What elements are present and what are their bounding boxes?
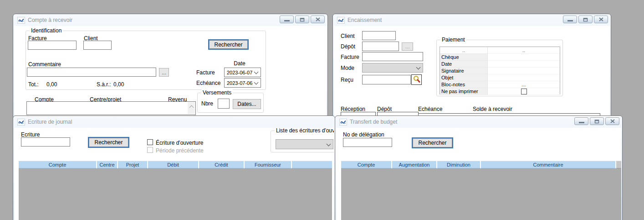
restore-icon xyxy=(300,17,305,22)
titlebar-ecriture[interactable]: Ecriture de journal xyxy=(13,116,335,128)
paiement-header-right: .. xyxy=(488,47,560,54)
minimize-icon xyxy=(567,20,573,21)
app-icon xyxy=(337,17,345,24)
titlebar-compte[interactable]: Compte à recevoir xyxy=(13,14,327,26)
restore-button[interactable] xyxy=(295,16,309,23)
signataire-label: Signataire xyxy=(440,68,488,74)
paiement-row-cheque: Chèque xyxy=(440,54,560,61)
liste-ouverture-combo[interactable] xyxy=(276,139,333,149)
signataire-value-cell[interactable] xyxy=(488,68,560,74)
nbre-input[interactable] xyxy=(218,99,230,109)
periode-checkbox[interactable] xyxy=(147,147,153,153)
client-input[interactable] xyxy=(362,31,396,40)
tot-label: Tot.: xyxy=(28,81,39,88)
window-title: Encaissement xyxy=(348,17,382,23)
column-header-projet[interactable]: Projet xyxy=(118,161,148,168)
search-icon xyxy=(413,75,420,83)
commentaire-input[interactable] xyxy=(27,68,156,77)
commentaire-browse-button[interactable]: ... xyxy=(159,68,169,77)
date-label: Date xyxy=(224,60,256,67)
periode-checkbox-label: Période précédente xyxy=(156,147,204,154)
cheque-label: Chèque xyxy=(440,54,488,61)
lignes-listbox[interactable] xyxy=(26,101,196,115)
date-facture-label: Facture xyxy=(196,69,215,76)
app-icon xyxy=(17,119,25,126)
rechercher-button[interactable]: Rechercher xyxy=(412,137,453,148)
blocnotes-value-cell[interactable]: ... xyxy=(488,81,560,88)
depot-label: Dépôt xyxy=(341,43,355,50)
window-title: Ecriture de journal xyxy=(28,119,72,125)
restore-button[interactable] xyxy=(578,16,593,23)
scrollbar-corner xyxy=(616,161,621,168)
delegation-label: No de délégation xyxy=(343,131,384,138)
mode-label: Mode xyxy=(341,65,354,71)
rechercher-button[interactable]: Rechercher xyxy=(88,137,129,148)
objet-value-cell[interactable] xyxy=(488,74,560,81)
nepasimprimer-checkbox[interactable] xyxy=(521,89,527,94)
column-header-centre[interactable]: Centre xyxy=(97,161,118,168)
date-echeance-label: Echéance xyxy=(196,80,220,86)
column-header-commentaire[interactable]: Commentaire xyxy=(481,161,616,168)
column-header-diminution[interactable]: Diminution xyxy=(437,161,481,168)
date-value-cell[interactable] xyxy=(488,61,560,68)
recu-input[interactable] xyxy=(362,75,411,84)
window-content-transfert: No de délégation Rechercher Compte Augme… xyxy=(336,128,621,220)
date-echeance-combo[interactable]: 2023-07-06 xyxy=(224,78,261,88)
depot-input[interactable] xyxy=(362,42,399,51)
app-icon xyxy=(339,119,347,126)
paiement-row-nepasimprimer: Ne pas imprimer xyxy=(440,88,560,95)
column-header-augmentation[interactable]: Augmentation xyxy=(392,161,437,168)
column-header-debit[interactable]: Débit xyxy=(148,161,199,168)
paiement-row-signataire: Signataire xyxy=(440,68,560,74)
minimize-button[interactable] xyxy=(563,16,577,23)
recu-search-button[interactable] xyxy=(411,74,422,85)
depot-browse-button[interactable]: ... xyxy=(402,42,413,51)
close-icon xyxy=(316,17,320,21)
column-header-compte[interactable]: Compte xyxy=(341,161,392,168)
journal-grid-body[interactable] xyxy=(19,168,332,220)
titlebar-encaissement[interactable]: Encaissement xyxy=(333,14,611,26)
minimize-button[interactable] xyxy=(574,117,588,125)
blocnotes-label: Bloc-notes xyxy=(440,81,488,88)
date-label: Date xyxy=(440,61,488,68)
restore-button[interactable] xyxy=(590,117,604,125)
restore-icon xyxy=(583,17,588,22)
column-header-fournisseur[interactable]: Fournisseur xyxy=(245,161,292,168)
minimize-button[interactable] xyxy=(280,16,294,23)
chevron-down-icon xyxy=(254,70,258,74)
date-echeance-value: 2023-07-06 xyxy=(227,80,252,86)
client-label: Client xyxy=(341,33,355,39)
close-icon xyxy=(610,119,615,123)
titlebar-transfert[interactable]: Transfert de budget xyxy=(335,116,622,128)
rechercher-button[interactable]: Rechercher xyxy=(208,39,249,50)
window-content-ecriture: Ecriture Rechercher Écriture d'ouverture… xyxy=(14,128,334,220)
budget-grid-body[interactable] xyxy=(341,168,621,220)
column-header-empty[interactable] xyxy=(292,161,332,168)
delegation-input[interactable] xyxy=(343,138,392,147)
versements-groupbox: Versements Nbre Dates... xyxy=(197,93,264,113)
chevron-down-icon xyxy=(254,81,258,85)
paiement-header-left: .. xyxy=(440,47,488,54)
column-header-compte[interactable]: Compte xyxy=(19,161,97,168)
budget-grid-header: Compte Augmentation Diminution Commentai… xyxy=(341,161,621,168)
column-header-credit[interactable]: Crédit xyxy=(199,161,245,168)
client-input[interactable] xyxy=(83,41,112,50)
paiement-row-objet: Objet xyxy=(440,74,560,81)
liste-ouverture-groupbox: Liste des écritures d'ouverture xyxy=(271,131,334,152)
close-button[interactable] xyxy=(605,117,619,125)
facture-input[interactable] xyxy=(362,52,423,61)
dates-button[interactable]: Dates... xyxy=(233,99,261,109)
paiement-grid: .. .. Chèque Date Signataire Objet xyxy=(440,47,560,94)
close-button[interactable] xyxy=(311,16,325,23)
solde-label: Solde à recevoir xyxy=(473,106,512,112)
ouverture-checkbox[interactable] xyxy=(147,139,153,145)
minimize-icon xyxy=(284,20,290,21)
close-button[interactable] xyxy=(594,16,608,23)
mode-combo[interactable] xyxy=(362,63,423,73)
cheque-value-cell[interactable] xyxy=(488,54,560,61)
listbox-scrollbar[interactable] xyxy=(188,102,195,114)
facture-input[interactable] xyxy=(28,41,77,50)
chevron-down-icon xyxy=(327,142,331,147)
date-facture-combo[interactable]: 2023-06-07 xyxy=(224,68,261,77)
ecriture-input[interactable] xyxy=(21,137,70,147)
